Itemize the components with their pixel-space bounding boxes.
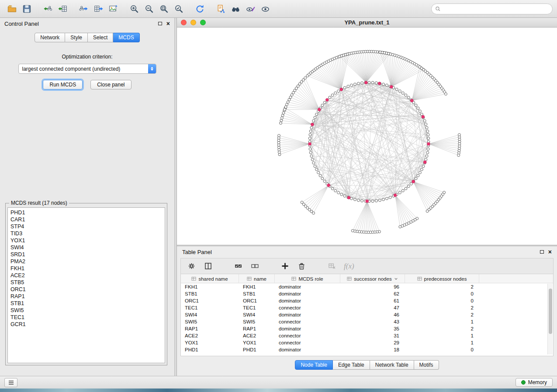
- cell-predecessor-nodes[interactable]: 1: [405, 318, 479, 325]
- cell-name[interactable]: RAP1: [239, 325, 275, 332]
- table-row[interactable]: TEC1 TEC1 connector 47 2: [181, 304, 553, 311]
- mcds-result-item[interactable]: PHD1: [10, 209, 165, 216]
- cell-predecessor-nodes[interactable]: 2: [405, 311, 479, 318]
- close-window-icon[interactable]: [181, 20, 187, 25]
- refresh-button[interactable]: [192, 2, 207, 15]
- cell-shared-name[interactable]: YOX1: [181, 339, 239, 346]
- mcds-result-item[interactable]: STB1: [10, 300, 165, 307]
- export-table-button[interactable]: [91, 2, 106, 15]
- cell-successor-nodes[interactable]: 29: [340, 339, 405, 346]
- cell-successor-nodes[interactable]: 35: [340, 325, 405, 332]
- cell-name[interactable]: ORC1: [239, 297, 275, 304]
- network-canvas[interactable]: [177, 28, 557, 245]
- import-network-button[interactable]: [40, 2, 55, 15]
- mcds-result-item[interactable]: SWI4: [10, 244, 165, 251]
- zoom-in-button[interactable]: [127, 2, 142, 15]
- cell-mcds-role[interactable]: dominator: [275, 311, 340, 318]
- mcds-result-item[interactable]: ORC1: [10, 286, 165, 293]
- function-builder-button[interactable]: f(x): [344, 262, 354, 271]
- table-row[interactable]: ORC1 ORC1 dominator 61 0: [181, 297, 553, 304]
- table-scrollbar-thumb[interactable]: [549, 289, 552, 334]
- share-document-button[interactable]: [213, 2, 228, 15]
- table-row[interactable]: SWI5 SWI5 connector 43 1: [181, 318, 553, 325]
- mcds-result-item[interactable]: TID3: [10, 230, 165, 237]
- cell-predecessor-nodes[interactable]: 0: [405, 290, 479, 297]
- gear-button[interactable]: [187, 261, 196, 271]
- zoom-fit-button[interactable]: [156, 2, 171, 15]
- cell-mcds-role[interactable]: dominator: [275, 283, 340, 290]
- cell-name[interactable]: YOX1: [239, 339, 275, 346]
- search-input[interactable]: [443, 6, 549, 12]
- run-mcds-button[interactable]: Run MCDS: [43, 80, 83, 89]
- annotation-hide-button[interactable]: [243, 2, 258, 15]
- cell-shared-name[interactable]: STB1: [181, 290, 239, 297]
- cell-predecessor-nodes[interactable]: 1: [405, 339, 479, 346]
- close-panel-button[interactable]: Close panel: [90, 80, 131, 89]
- cell-name[interactable]: STB1: [239, 290, 275, 297]
- cell-successor-nodes[interactable]: 46: [340, 311, 405, 318]
- cell-successor-nodes[interactable]: 62: [340, 290, 405, 297]
- cell-successor-nodes[interactable]: 96: [340, 283, 405, 290]
- cell-name[interactable]: PHD1: [239, 346, 275, 353]
- table-tab[interactable]: Motifs: [414, 360, 439, 370]
- column-header[interactable]: successor nodes: [340, 274, 405, 283]
- close-panel-icon[interactable]: ×: [166, 21, 170, 26]
- cell-shared-name[interactable]: SWI5: [181, 318, 239, 325]
- cell-mcds-role[interactable]: connector: [275, 304, 340, 311]
- open-session-button[interactable]: [4, 2, 19, 15]
- cell-successor-nodes[interactable]: 61: [340, 297, 405, 304]
- export-image-button[interactable]: [106, 2, 121, 15]
- mcds-result-item[interactable]: STP4: [10, 223, 165, 230]
- columns-button[interactable]: [204, 261, 213, 271]
- mcds-result-item[interactable]: FKH1: [10, 265, 165, 272]
- control-panel-tab[interactable]: Network: [35, 33, 65, 42]
- control-panel-tab[interactable]: Style: [65, 33, 88, 42]
- import-table-button[interactable]: [55, 2, 70, 15]
- unselect-all-button[interactable]: [250, 261, 259, 271]
- cell-mcds-role[interactable]: dominator: [275, 325, 340, 332]
- cell-shared-name[interactable]: RAP1: [181, 325, 239, 332]
- cell-predecessor-nodes[interactable]: 2: [405, 325, 479, 332]
- delete-row-button[interactable]: [297, 261, 306, 271]
- cell-mcds-role[interactable]: connector: [275, 332, 340, 339]
- cell-predecessor-nodes[interactable]: 0: [405, 346, 479, 353]
- mcds-result-item[interactable]: STB5: [10, 279, 165, 286]
- close-table-panel-icon[interactable]: ×: [548, 250, 552, 254]
- cell-predecessor-nodes[interactable]: 2: [405, 283, 479, 290]
- network-titlebar[interactable]: YPA_prune.txt_1: [177, 18, 557, 28]
- cell-name[interactable]: ACE2: [239, 332, 275, 339]
- zoom-window-icon[interactable]: [200, 20, 206, 25]
- table-scrollbar[interactable]: [547, 284, 553, 354]
- status-menu-button[interactable]: [4, 378, 17, 387]
- mcds-result-item[interactable]: YOX1: [10, 237, 165, 244]
- column-header[interactable]: name: [239, 274, 275, 283]
- cell-successor-nodes[interactable]: 31: [340, 332, 405, 339]
- mcds-result-item[interactable]: CAR1: [10, 216, 165, 223]
- cell-name[interactable]: FKH1: [239, 283, 275, 290]
- save-session-button[interactable]: [19, 2, 34, 15]
- search-box[interactable]: [431, 3, 553, 14]
- table-row[interactable]: RAP1 RAP1 dominator 35 2: [181, 325, 553, 332]
- cell-successor-nodes[interactable]: 43: [340, 318, 405, 325]
- cell-name[interactable]: SWI5: [239, 318, 275, 325]
- column-header[interactable]: MCDS role: [275, 274, 340, 283]
- cell-shared-name[interactable]: TEC1: [181, 304, 239, 311]
- cell-name[interactable]: SWI4: [239, 311, 275, 318]
- mcds-result-item[interactable]: ACE2: [10, 272, 165, 279]
- zoom-selected-button[interactable]: [171, 2, 186, 15]
- cell-name[interactable]: TEC1: [239, 304, 275, 311]
- mcds-result-item[interactable]: GCR1: [10, 321, 165, 328]
- memory-button[interactable]: Memory: [515, 378, 553, 387]
- table-row[interactable]: STB1 STB1 dominator 62 0: [181, 290, 553, 297]
- table-disabled-button[interactable]: [327, 261, 336, 271]
- column-header[interactable]: shared name: [181, 274, 239, 283]
- table-row[interactable]: YOX1 YOX1 connector 29 1: [181, 339, 553, 346]
- table-row[interactable]: PHD1 PHD1 dominator 18 0: [181, 346, 553, 353]
- cell-predecessor-nodes[interactable]: 1: [405, 332, 479, 339]
- cell-shared-name[interactable]: ACE2: [181, 332, 239, 339]
- criterion-dropdown[interactable]: largest connected component (undirected): [18, 64, 156, 74]
- select-all-button[interactable]: [234, 261, 243, 271]
- column-header[interactable]: predecessor nodes: [405, 274, 479, 283]
- cell-shared-name[interactable]: SWI4: [181, 311, 239, 318]
- mcds-result-item[interactable]: SRD1: [10, 251, 165, 258]
